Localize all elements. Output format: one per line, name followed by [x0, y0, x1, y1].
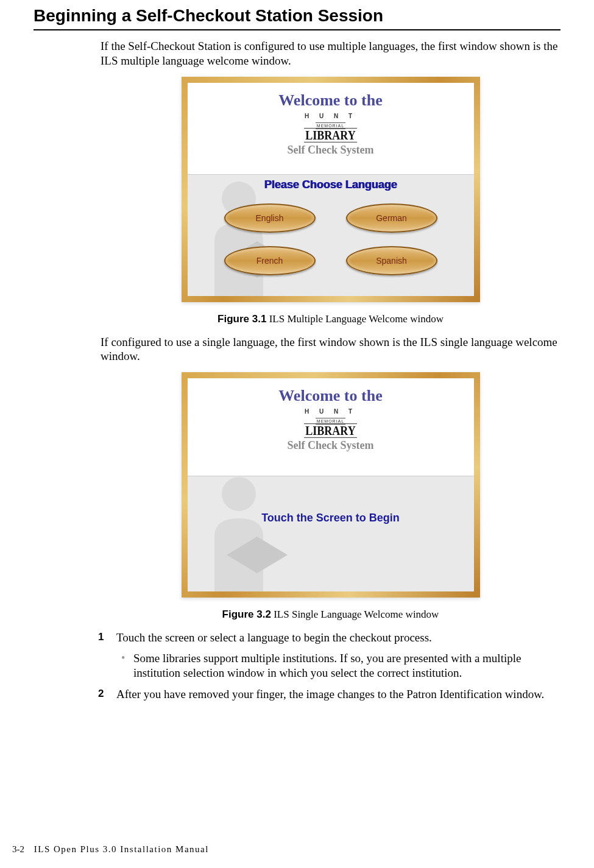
step-1-text: Touch the screen or select a language to…: [116, 631, 432, 644]
welcome-subtitle-2: Self Check System: [188, 439, 474, 452]
language-panel: Please Choose Language English German Fr…: [188, 174, 474, 296]
step-1-substep: Some libraries support multiple institut…: [116, 651, 560, 680]
page-heading: Beginning a Self-Checkout Station Sessio…: [34, 6, 560, 30]
manual-title: ILS Open Plus 3.0 Installation Manual: [34, 844, 209, 854]
logo2-line-1: H U N T: [304, 409, 356, 415]
intro-paragraph-1: If the Self-Checkout Station is configur…: [101, 39, 560, 68]
figure-1: Welcome to the H U N T MEMORIAL LIBRARY …: [101, 77, 560, 325]
page-number: 3-2: [12, 844, 24, 854]
choose-language-label: Please Choose Language: [188, 175, 474, 191]
logo-line-3: LIBRARY: [304, 128, 356, 143]
welcome-subtitle: Self Check System: [188, 144, 474, 157]
intro-paragraph-2: If configured to use a single language, …: [101, 335, 560, 364]
english-button[interactable]: English: [224, 203, 316, 233]
section-title: Beginning a Self-Checkout Station Sessio…: [34, 6, 560, 27]
figure-1-text: ILS Multiple Language Welcome window: [266, 313, 444, 325]
french-button[interactable]: French: [224, 246, 316, 275]
spanish-button[interactable]: Spanish: [346, 246, 437, 275]
step-1: Touch the screen or select a language to…: [98, 630, 560, 680]
figure-2-text: ILS Single Language Welcome window: [271, 609, 439, 620]
single-language-welcome-screenshot[interactable]: Welcome to the H U N T MEMORIAL LIBRARY …: [182, 372, 480, 598]
logo2-line-3: LIBRARY: [304, 423, 356, 438]
welcome-header: Welcome to the H U N T MEMORIAL LIBRARY …: [188, 83, 474, 157]
multi-language-welcome-screenshot: Welcome to the H U N T MEMORIAL LIBRARY …: [182, 77, 480, 302]
logo-line-1: H U N T: [304, 113, 356, 119]
library-logo: H U N T MEMORIAL LIBRARY: [304, 113, 356, 141]
step-2-text: After you have removed your finger, the …: [116, 688, 544, 700]
welcome-header-2: Welcome to the H U N T MEMORIAL LIBRARY …: [188, 378, 474, 452]
figure-2-label: Figure 3.2: [222, 609, 271, 620]
german-button[interactable]: German: [346, 203, 437, 233]
figure-1-label: Figure 3.1: [217, 313, 266, 325]
steps-list: Touch the screen or select a language to…: [98, 630, 560, 702]
touch-panel[interactable]: Touch the Screen to Begin: [188, 476, 474, 591]
page-footer: 3-2 ILS Open Plus 3.0 Installation Manua…: [12, 844, 209, 855]
step-2: After you have removed your finger, the …: [98, 687, 560, 702]
library-logo-2: H U N T MEMORIAL LIBRARY: [304, 409, 356, 437]
body-content: If the Self-Checkout Station is configur…: [101, 39, 560, 702]
step-1-sub-text: Some libraries support multiple institut…: [133, 652, 521, 679]
heading-rule: [34, 29, 560, 30]
touch-to-begin-label: Touch the Screen to Begin: [188, 476, 474, 524]
welcome-title: Welcome to the: [188, 91, 474, 110]
figure-1-caption: Figure 3.1 ILS Multiple Language Welcome…: [101, 313, 560, 325]
figure-2: Welcome to the H U N T MEMORIAL LIBRARY …: [101, 372, 560, 621]
figure-2-caption: Figure 3.2 ILS Single Language Welcome w…: [101, 609, 560, 621]
welcome-title-2: Welcome to the: [188, 387, 474, 405]
language-buttons: English German French Spanish: [188, 203, 474, 277]
